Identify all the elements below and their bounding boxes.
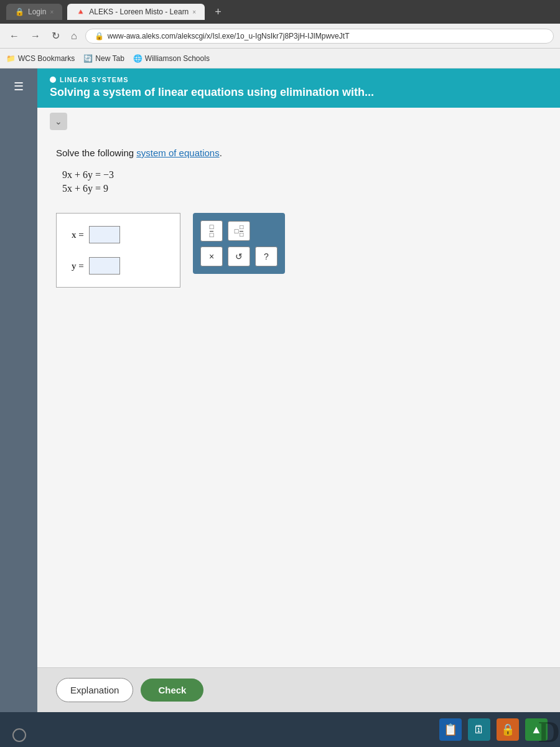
sidebar: ☰ bbox=[0, 68, 37, 712]
input-section: x = y = □ bbox=[56, 213, 541, 288]
address-bar-row: ← → ↻ ⌂ 🔒 www-awa.aleks.com/alekscgi/x/I… bbox=[0, 24, 560, 49]
multiply-key[interactable]: × bbox=[200, 247, 223, 266]
address-text: www-awa.aleks.com/alekscgi/x/Isl.exe/1o_… bbox=[108, 32, 350, 40]
mixed-fraction-key[interactable]: □ □ □ bbox=[228, 221, 250, 241]
system-link[interactable]: system of equations bbox=[136, 148, 219, 158]
tab-aleks-close[interactable]: × bbox=[192, 9, 196, 16]
keyboard-row-2: × ↺ ? bbox=[200, 247, 278, 266]
topic-label-text: LINEAR SYSTEMS bbox=[60, 76, 129, 83]
taskbar-icon-1[interactable]: 📋 bbox=[439, 718, 462, 741]
explanation-button[interactable]: Explanation bbox=[56, 678, 133, 702]
instruction-prefix: Solve the following bbox=[56, 148, 136, 158]
lock-icon: 🔒 bbox=[15, 7, 24, 16]
answer-box: x = y = bbox=[56, 213, 180, 288]
fraction-key[interactable]: □ □ bbox=[200, 220, 223, 242]
back-button[interactable]: ← bbox=[6, 29, 22, 43]
equation-1: 9x + 6y = −3 bbox=[62, 169, 541, 181]
bookmark-wcs-icon: 📁 bbox=[6, 54, 16, 63]
bookmark-wcs-label: WCS Bookmarks bbox=[18, 54, 75, 63]
problem-instruction: Solve the following system of equations. bbox=[56, 148, 541, 158]
watermark: D bbox=[538, 717, 560, 747]
tab-login[interactable]: 🔒 Login × bbox=[6, 4, 62, 20]
bookmark-wcs[interactable]: 📁 WCS Bookmarks bbox=[6, 54, 75, 63]
tab-login-label: Login bbox=[28, 7, 46, 16]
tab-login-close[interactable]: × bbox=[50, 9, 54, 16]
dropdown-container: ⌄ bbox=[37, 108, 560, 135]
bottom-actions: Explanation Check bbox=[37, 667, 560, 712]
taskbar-icon-3[interactable]: 🔒 bbox=[497, 718, 519, 741]
refresh-button[interactable]: ↻ bbox=[49, 29, 63, 43]
topic-label: LINEAR SYSTEMS bbox=[50, 76, 548, 83]
help-key[interactable]: ? bbox=[255, 247, 278, 266]
topic-title: Solving a system of linear equations usi… bbox=[50, 86, 548, 99]
forward-button[interactable]: → bbox=[27, 29, 44, 43]
x-label: x = bbox=[72, 230, 84, 240]
tab-aleks[interactable]: 🔺 ALEKS - Loreen Misto - Learn × bbox=[67, 4, 205, 20]
x-answer-row: x = bbox=[72, 226, 165, 243]
y-answer-row: y = bbox=[72, 257, 165, 275]
main-area: LINEAR SYSTEMS Solving a system of linea… bbox=[37, 68, 560, 712]
y-label: y = bbox=[72, 261, 84, 271]
windows-start-button[interactable] bbox=[12, 728, 26, 742]
new-tab-button[interactable]: + bbox=[210, 6, 226, 19]
topic-circle-icon bbox=[50, 77, 56, 83]
tab-aleks-label: ALEKS - Loreen Misto - Learn bbox=[89, 7, 189, 16]
bookmark-williamson-label: Williamson Schools bbox=[145, 54, 210, 63]
equation-2: 5x + 6y = 9 bbox=[62, 183, 541, 194]
title-bar: 🔒 Login × 🔺 ALEKS - Loreen Misto - Learn… bbox=[0, 0, 560, 24]
bookmark-williamson[interactable]: 🌐 Williamson Schools bbox=[133, 54, 210, 63]
bookmark-newtab[interactable]: 🔄 New Tab bbox=[83, 54, 124, 63]
menu-icon[interactable]: ☰ bbox=[9, 75, 29, 98]
address-box[interactable]: 🔒 www-awa.aleks.com/alekscgi/x/Isl.exe/1… bbox=[85, 29, 554, 44]
x-input[interactable] bbox=[89, 226, 120, 243]
home-button[interactable]: ⌂ bbox=[68, 29, 80, 43]
check-button[interactable]: Check bbox=[141, 679, 203, 702]
bookmarks-bar: 📁 WCS Bookmarks 🔄 New Tab 🌐 Williamson S… bbox=[0, 49, 560, 68]
page-content: ☰ LINEAR SYSTEMS Solving a system of lin… bbox=[0, 68, 560, 712]
instruction-suffix: . bbox=[220, 148, 222, 158]
equations: 9x + 6y = −3 5x + 6y = 9 bbox=[62, 169, 541, 194]
y-input[interactable] bbox=[89, 257, 120, 275]
undo-key[interactable]: ↺ bbox=[228, 247, 250, 266]
dropdown-button[interactable]: ⌄ bbox=[50, 113, 67, 130]
taskbar-icon-2[interactable]: 🗓 bbox=[468, 718, 490, 741]
browser-frame: 🔒 Login × 🔺 ALEKS - Loreen Misto - Learn… bbox=[0, 0, 560, 747]
keyboard-row-1: □ □ □ □ □ bbox=[200, 220, 278, 242]
bookmark-williamson-icon: 🌐 bbox=[133, 54, 142, 63]
taskbar: 📋 🗓 🔒 ▲ bbox=[0, 712, 560, 747]
problem-area: Solve the following system of equations.… bbox=[37, 135, 560, 667]
bookmark-newtab-icon: 🔄 bbox=[83, 54, 93, 63]
bookmark-newtab-label: New Tab bbox=[95, 54, 124, 63]
math-keyboard: □ □ □ □ □ bbox=[193, 213, 285, 274]
aleks-favicon: 🔺 bbox=[76, 7, 85, 16]
secure-icon: 🔒 bbox=[95, 32, 104, 40]
topic-banner: LINEAR SYSTEMS Solving a system of linea… bbox=[37, 68, 560, 108]
